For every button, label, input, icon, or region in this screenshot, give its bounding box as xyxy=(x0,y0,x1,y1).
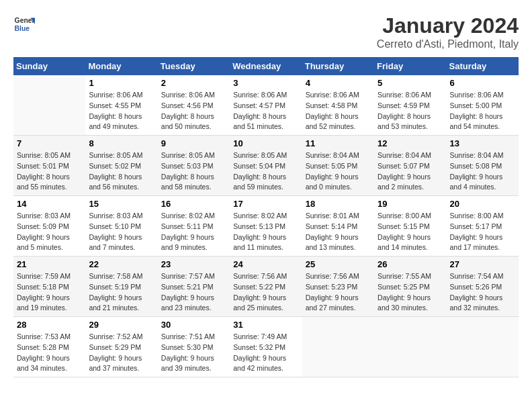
calendar-cell: 3 Sunrise: 8:06 AM Sunset: 4:57 PM Dayli… xyxy=(230,75,302,136)
day-number: 31 xyxy=(233,320,298,330)
calendar-cell: 26 Sunrise: 7:55 AM Sunset: 5:25 PM Dayl… xyxy=(374,257,446,317)
sunrise: Sunrise: 8:06 AM xyxy=(161,90,226,101)
weekday-header-sunday: Sunday xyxy=(13,57,85,75)
day-info: Sunrise: 8:06 AM Sunset: 5:00 PM Dayligh… xyxy=(450,90,515,132)
calendar-cell: 22 Sunrise: 7:58 AM Sunset: 5:19 PM Dayl… xyxy=(85,257,157,317)
weekday-header-tuesday: Tuesday xyxy=(158,57,230,75)
calendar-cell: 9 Sunrise: 8:05 AM Sunset: 5:03 PM Dayli… xyxy=(158,136,230,196)
day-info: Sunrise: 7:57 AM Sunset: 5:21 PM Dayligh… xyxy=(161,271,226,314)
sunrise: Sunrise: 8:06 AM xyxy=(378,90,443,101)
daylight: Daylight: 9 hours and 4 minutes. xyxy=(450,172,515,193)
calendar-cell xyxy=(374,317,446,377)
sunset: Sunset: 5:21 PM xyxy=(161,282,226,293)
sunrise: Sunrise: 8:00 AM xyxy=(450,211,515,222)
calendar-cell: 8 Sunrise: 8:05 AM Sunset: 5:02 PM Dayli… xyxy=(85,136,157,196)
sunrise: Sunrise: 8:05 AM xyxy=(89,150,154,161)
location-subtitle: Cerreto d'Asti, Piedmont, Italy xyxy=(377,38,519,50)
day-number: 9 xyxy=(161,138,226,148)
sunset: Sunset: 5:25 PM xyxy=(378,282,443,293)
calendar-cell xyxy=(447,317,519,377)
day-number: 1 xyxy=(89,78,154,88)
day-info: Sunrise: 8:06 AM Sunset: 4:59 PM Dayligh… xyxy=(378,90,443,132)
day-info: Sunrise: 8:01 AM Sunset: 5:14 PM Dayligh… xyxy=(306,211,371,253)
day-info: Sunrise: 7:54 AM Sunset: 5:26 PM Dayligh… xyxy=(450,271,515,314)
day-number: 19 xyxy=(378,199,443,209)
calendar-cell: 2 Sunrise: 8:06 AM Sunset: 4:56 PM Dayli… xyxy=(158,75,230,136)
day-info: Sunrise: 8:05 AM Sunset: 5:02 PM Dayligh… xyxy=(89,150,154,193)
daylight: Daylight: 9 hours and 14 minutes. xyxy=(378,232,443,254)
day-info: Sunrise: 8:05 AM Sunset: 5:03 PM Dayligh… xyxy=(161,150,226,193)
sunset: Sunset: 5:29 PM xyxy=(89,342,154,353)
sunrise: Sunrise: 8:05 AM xyxy=(17,150,82,161)
calendar-cell: 14 Sunrise: 8:03 AM Sunset: 5:09 PM Dayl… xyxy=(13,196,85,257)
day-info: Sunrise: 8:00 AM Sunset: 5:15 PM Dayligh… xyxy=(378,211,443,253)
day-number: 14 xyxy=(17,199,82,209)
day-number: 23 xyxy=(161,259,226,269)
day-info: Sunrise: 8:04 AM Sunset: 5:07 PM Dayligh… xyxy=(378,150,443,193)
calendar-cell: 29 Sunrise: 7:52 AM Sunset: 5:29 PM Dayl… xyxy=(85,317,157,377)
day-info: Sunrise: 7:56 AM Sunset: 5:22 PM Dayligh… xyxy=(233,271,298,314)
sunset: Sunset: 5:22 PM xyxy=(233,282,298,293)
day-number: 11 xyxy=(306,138,371,148)
sunrise: Sunrise: 7:53 AM xyxy=(17,332,82,342)
sunrise: Sunrise: 7:59 AM xyxy=(17,271,82,282)
logo: General Blue xyxy=(13,13,35,35)
daylight: Daylight: 8 hours and 51 minutes. xyxy=(233,111,298,133)
day-number: 27 xyxy=(450,259,515,269)
day-info: Sunrise: 8:02 AM Sunset: 5:13 PM Dayligh… xyxy=(233,211,298,253)
calendar-cell: 20 Sunrise: 8:00 AM Sunset: 5:17 PM Dayl… xyxy=(447,196,519,257)
sunset: Sunset: 5:04 PM xyxy=(233,161,298,172)
day-number: 15 xyxy=(89,199,154,209)
day-number: 30 xyxy=(161,320,226,330)
sunset: Sunset: 5:15 PM xyxy=(378,222,443,232)
day-number: 3 xyxy=(233,78,298,88)
day-number: 6 xyxy=(450,78,515,88)
sunrise: Sunrise: 8:02 AM xyxy=(233,211,298,222)
title-section: January 2024 Cerreto d'Asti, Piedmont, I… xyxy=(377,13,519,50)
logo-icon: General Blue xyxy=(13,13,35,35)
sunrise: Sunrise: 8:06 AM xyxy=(89,90,154,101)
daylight: Daylight: 8 hours and 59 minutes. xyxy=(233,172,298,193)
day-number: 29 xyxy=(89,320,154,330)
day-number: 7 xyxy=(17,138,82,148)
sunset: Sunset: 5:28 PM xyxy=(17,342,82,353)
daylight: Daylight: 8 hours and 53 minutes. xyxy=(378,111,443,133)
day-number: 21 xyxy=(17,259,82,269)
sunrise: Sunrise: 8:01 AM xyxy=(306,211,371,222)
day-number: 20 xyxy=(450,199,515,209)
daylight: Daylight: 8 hours and 58 minutes. xyxy=(161,172,226,193)
sunrise: Sunrise: 7:54 AM xyxy=(450,271,515,282)
sunrise: Sunrise: 7:56 AM xyxy=(233,271,298,282)
daylight: Daylight: 9 hours and 5 minutes. xyxy=(17,232,82,254)
sunrise: Sunrise: 8:03 AM xyxy=(89,211,154,222)
sunset: Sunset: 5:17 PM xyxy=(450,222,515,232)
day-info: Sunrise: 8:03 AM Sunset: 5:10 PM Dayligh… xyxy=(89,211,154,253)
day-info: Sunrise: 8:06 AM Sunset: 4:58 PM Dayligh… xyxy=(306,90,371,132)
daylight: Daylight: 8 hours and 49 minutes. xyxy=(89,111,154,133)
day-number: 5 xyxy=(378,78,443,88)
sunset: Sunset: 5:05 PM xyxy=(306,161,371,172)
sunrise: Sunrise: 8:06 AM xyxy=(306,90,371,101)
calendar-cell: 10 Sunrise: 8:05 AM Sunset: 5:04 PM Dayl… xyxy=(230,136,302,196)
day-info: Sunrise: 8:06 AM Sunset: 4:56 PM Dayligh… xyxy=(161,90,226,132)
weekday-header-thursday: Thursday xyxy=(302,57,374,75)
calendar-cell: 23 Sunrise: 7:57 AM Sunset: 5:21 PM Dayl… xyxy=(158,257,230,317)
sunset: Sunset: 5:07 PM xyxy=(378,161,443,172)
sunset: Sunset: 4:59 PM xyxy=(378,101,443,111)
sunrise: Sunrise: 7:51 AM xyxy=(161,332,226,342)
day-info: Sunrise: 7:59 AM Sunset: 5:18 PM Dayligh… xyxy=(17,271,82,314)
daylight: Daylight: 9 hours and 32 minutes. xyxy=(450,293,515,314)
sunset: Sunset: 5:26 PM xyxy=(450,282,515,293)
sunset: Sunset: 5:30 PM xyxy=(161,342,226,353)
weekday-header-row: SundayMondayTuesdayWednesdayThursdayFrid… xyxy=(13,57,519,75)
daylight: Daylight: 9 hours and 27 minutes. xyxy=(306,293,371,314)
daylight: Daylight: 9 hours and 0 minutes. xyxy=(306,172,371,193)
sunset: Sunset: 5:19 PM xyxy=(89,282,154,293)
sunrise: Sunrise: 7:55 AM xyxy=(378,271,443,282)
sunrise: Sunrise: 8:05 AM xyxy=(161,150,226,161)
day-info: Sunrise: 7:56 AM Sunset: 5:23 PM Dayligh… xyxy=(306,271,371,314)
calendar-cell: 4 Sunrise: 8:06 AM Sunset: 4:58 PM Dayli… xyxy=(302,75,374,136)
weekday-header-friday: Friday xyxy=(374,57,446,75)
day-number: 8 xyxy=(89,138,154,148)
calendar-cell: 13 Sunrise: 8:04 AM Sunset: 5:08 PM Dayl… xyxy=(447,136,519,196)
